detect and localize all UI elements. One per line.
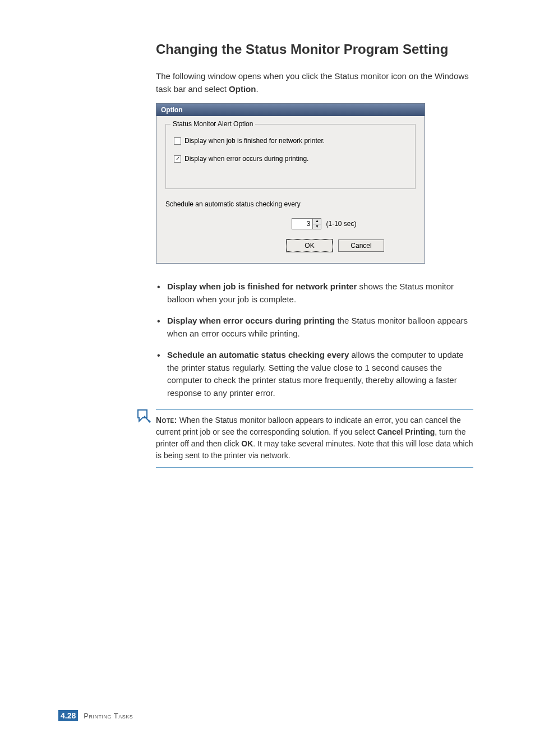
checkbox-row-network: Display when job is finished for network… [174, 137, 407, 145]
checkbox-error-label: Display when error occurs during printin… [185, 155, 308, 163]
checkbox-network[interactable] [174, 137, 181, 145]
dialog-buttons: OK Cancel [165, 238, 416, 255]
bullet-bold: Display when error occurs during printin… [167, 316, 335, 325]
checkbox-row-error: ✓ Display when error occurs during print… [174, 155, 407, 163]
list-item: Display when error occurs during printin… [156, 315, 473, 340]
note-icon [136, 408, 153, 425]
bullet-bold: Display when job is finished for network… [167, 282, 357, 291]
checkbox-network-label: Display when job is finished for network… [185, 137, 325, 145]
option-descriptions: Display when job is finished for network… [156, 280, 473, 399]
intro-paragraph: The following window opens when you clic… [156, 70, 473, 95]
intro-text-post: . [256, 84, 258, 94]
note-label: Note: [156, 416, 177, 425]
intro-text-pre: The following window opens when you clic… [156, 71, 469, 94]
cancel-button[interactable]: Cancel [338, 239, 384, 252]
footer-badge: 4.28 [58, 710, 78, 721]
list-item: Schedule an automatic status checking ev… [156, 349, 473, 399]
interval-spinner[interactable]: 3 ▲ ▼ [292, 218, 321, 229]
footer-page: 28 [67, 711, 76, 720]
list-item: Display when job is finished for network… [156, 280, 473, 306]
note-block: Note: When the Status monitor balloon ap… [156, 409, 473, 468]
spinner-down-icon[interactable]: ▼ [313, 224, 321, 229]
dialog-body: Status Monitor Alert Option Display when… [156, 116, 425, 263]
spinner-unit: (1-10 sec) [326, 220, 356, 228]
spinner-row: 3 ▲ ▼ (1-10 sec) [233, 218, 416, 229]
page: Changing the Status Monitor Program Sett… [0, 0, 535, 756]
dialog-titlebar: Option [156, 104, 425, 116]
schedule-label: Schedule an automatic status checking ev… [165, 200, 416, 208]
footer-chapter: 4. [61, 711, 67, 720]
checkbox-error[interactable]: ✓ [174, 155, 181, 163]
interval-spinner-value: 3 [292, 219, 312, 229]
page-footer: 4.28 Printing Tasks [58, 710, 133, 721]
intro-text-bold: Option [229, 84, 256, 94]
note-bold1: Cancel Printing [377, 427, 435, 436]
bullet-bold: Schedule an automatic status checking ev… [167, 350, 349, 359]
note-bold2: OK [241, 439, 253, 448]
note-text: Note: When the Status monitor balloon ap… [156, 414, 473, 462]
section-heading: Changing the Status Monitor Program Sett… [156, 40, 473, 58]
spinner-buttons: ▲ ▼ [312, 219, 321, 229]
spinner-up-icon[interactable]: ▲ [313, 219, 321, 224]
fieldset-legend: Status Monitor Alert Option [170, 120, 255, 128]
alert-option-fieldset: Status Monitor Alert Option Display when… [165, 124, 416, 189]
ok-button[interactable]: OK [287, 239, 333, 252]
footer-label: Printing Tasks [84, 712, 133, 720]
option-dialog: Option Status Monitor Alert Option Displ… [156, 103, 425, 264]
